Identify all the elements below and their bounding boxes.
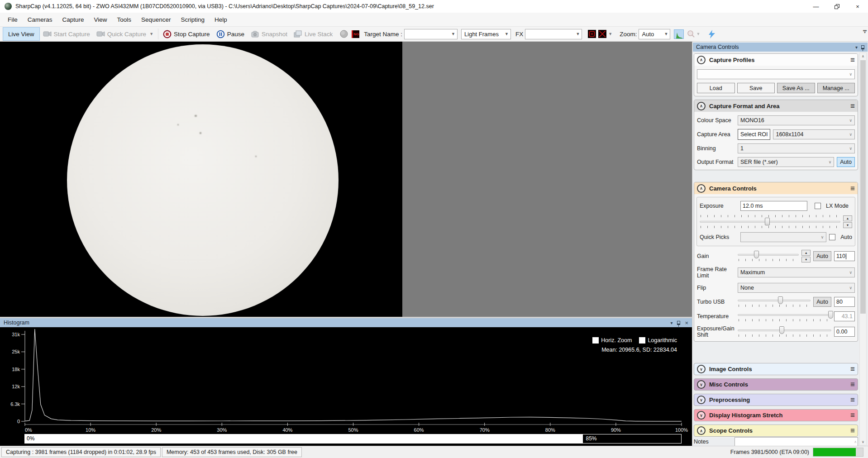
target-name-icon[interactable]: NG [352,30,359,38]
save-button[interactable]: Save [737,83,775,93]
reticle-square-icon[interactable] [587,30,596,38]
pause-button[interactable]: Pause [213,27,248,41]
manage-button[interactable]: Manage ... [817,83,855,93]
camera-controls-header[interactable]: ∧ Camera Controls ≡ [694,182,858,194]
restore-button[interactable] [826,0,847,13]
select-roi-button[interactable]: Select ROI [738,129,770,140]
minimize-button[interactable]: — [806,0,826,13]
capture-format-header[interactable]: ∧ Capture Format and Area ≡ [694,100,858,112]
zoom-combobox[interactable]: Auto ▼ [639,29,670,39]
camera-image-canvas[interactable] [0,42,402,318]
collapse-icon[interactable]: ∧ [697,56,706,64]
expand-icon[interactable]: ∨ [697,380,706,389]
exposure-input[interactable]: 12.0 ms [740,201,807,211]
section-menu-icon[interactable]: ≡ [850,381,855,388]
gain-input[interactable]: 110 [834,251,855,261]
collapse-icon[interactable]: ∧ [697,102,706,110]
section-menu-icon[interactable]: ≡ [850,102,855,110]
live-view-button[interactable]: Live View [3,27,40,41]
display-histogram-stretch-header[interactable]: ∨ Display Histogram Stretch ≡ [694,409,858,421]
slider-thumb[interactable] [778,296,783,304]
slider-track[interactable] [738,329,831,331]
spin-up-icon[interactable]: ▲ [843,215,852,221]
turbo-usb-auto-button[interactable]: Auto [813,297,831,307]
collapse-icon[interactable]: ∧ [697,184,706,193]
pro-lightning-icon[interactable] [707,30,716,38]
quick-picks-auto-checkbox[interactable] [829,234,835,240]
logarithmic-checkbox[interactable] [639,337,645,344]
expand-icon[interactable]: ∨ [697,396,706,404]
slider-thumb[interactable] [754,251,759,258]
save-as-button[interactable]: Save As ... [777,83,815,93]
slider-thumb[interactable] [765,218,770,225]
planet-icon[interactable] [339,30,348,38]
spin-up-icon[interactable]: ▲ [801,250,811,256]
live-stack-button[interactable]: Live Stack [291,27,336,41]
menu-help[interactable]: Help [210,13,232,26]
turbo-usb-slider[interactable] [738,296,811,304]
section-menu-icon[interactable]: ≡ [850,411,855,419]
output-format-auto-button[interactable]: Auto [837,157,855,167]
target-name-combobox[interactable]: ▼ [404,29,458,39]
panel-scrollbar[interactable]: ∧ ∨ [859,52,867,445]
profile-combobox[interactable]: ∨ [697,69,855,79]
section-menu-icon[interactable]: ≡ [850,365,855,373]
snapshot-button[interactable]: Snapshot [248,27,291,41]
section-menu-icon[interactable]: ≡ [850,396,855,404]
misc-controls-header[interactable]: ∨ Misc Controls ≡ [694,378,858,391]
stretch-fill[interactable]: 0% [25,434,583,443]
slider-thumb[interactable] [779,326,784,334]
scroll-down-icon[interactable]: ∨ [860,439,866,445]
gain-auto-button[interactable]: Auto [813,251,831,261]
section-menu-icon[interactable]: ≡ [850,56,855,64]
pin-icon[interactable] [677,321,680,325]
spin-down-icon[interactable]: ▼ [843,222,852,228]
fx-combobox[interactable]: ▼ [525,29,582,39]
panel-menu-icon[interactable]: ▾ [855,45,858,50]
histogram-toggle-icon[interactable] [674,29,684,39]
load-button[interactable]: Load [697,83,735,93]
exposure-slider[interactable] [700,218,840,225]
menu-sequencer[interactable]: Sequencer [136,13,176,26]
panel-menu-icon[interactable]: ▾ [670,320,672,325]
menu-tools[interactable]: Tools [112,13,137,26]
capture-profiles-header[interactable]: ∧ Capture Profiles ≡ [694,54,858,66]
section-menu-icon[interactable]: ≡ [850,427,855,434]
section-menu-icon[interactable]: ≡ [850,185,855,192]
colour-space-combobox[interactable]: MONO16 ∨ [738,115,855,125]
scope-controls-header[interactable]: ∧ Scope Controls ≡ [694,425,858,437]
magnifier-dropdown-icon[interactable]: ▼ [696,32,700,36]
expand-icon[interactable]: ∨ [697,411,706,420]
reticle-cross-icon[interactable] [598,30,606,38]
menu-file[interactable]: File [3,13,23,26]
quick-capture-button[interactable]: Quick Capture▼ [93,27,157,41]
stop-capture-button[interactable]: Stop Capture [160,27,213,41]
menu-cameras[interactable]: Cameras [23,13,57,26]
turbo-usb-input[interactable]: 80 [834,297,855,307]
menu-view[interactable]: View [89,13,112,26]
image-controls-header[interactable]: ∨ Image Controls ≡ [694,363,858,375]
gain-slider[interactable] [738,251,799,258]
scroll-thumb[interactable] [860,60,866,314]
notes-scroll-icon[interactable]: ∧ [854,440,857,444]
slider-track[interactable] [738,254,799,256]
menu-capture[interactable]: Capture [57,13,89,26]
expand-icon[interactable]: ∨ [697,365,706,373]
notes-input[interactable]: ∧ [734,437,858,446]
toolbar-overflow-button[interactable]: ▬▾ [863,29,867,33]
reticle-dropdown-icon[interactable]: ▼ [608,32,612,36]
stretch-bar[interactable]: 0% 85% [24,434,682,444]
scroll-up-icon[interactable]: ∧ [860,53,866,59]
menu-scripting[interactable]: Scripting [176,13,210,26]
close-button[interactable]: × [847,0,868,13]
lx-mode-checkbox[interactable] [815,203,821,209]
slider-track[interactable] [700,221,840,223]
slider-track[interactable] [738,300,811,301]
horiz-zoom-checkbox[interactable] [592,337,599,344]
quick-picks-combobox[interactable]: ∨ [740,232,826,242]
preprocessing-header[interactable]: ∨ Preprocessing ≡ [694,394,858,406]
exposure-gain-shift-slider[interactable] [738,326,831,334]
pin-icon[interactable] [861,45,864,49]
binning-combobox[interactable]: 1 ∨ [738,143,855,153]
exposure-gain-shift-input[interactable]: 0.00 [834,327,855,337]
